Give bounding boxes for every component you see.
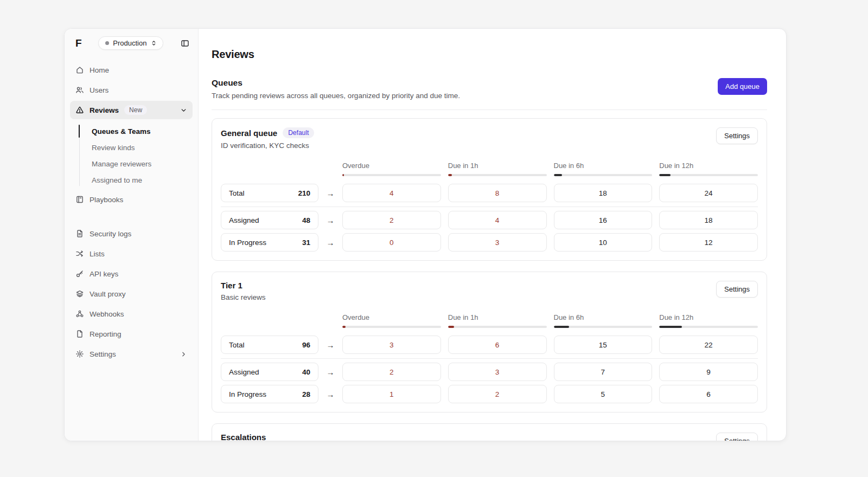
section-description: Track pending reviews across all queues,… [212, 92, 460, 100]
queue-name: Escalations [221, 433, 266, 441]
sidebar-item-playbooks[interactable]: Playbooks [70, 190, 193, 209]
value-cell[interactable]: 16 [554, 211, 653, 229]
in-progress-label-box[interactable]: In Progress 31 [221, 233, 318, 252]
column-label: Due in 1h [448, 313, 547, 321]
row-label: Assigned [229, 216, 259, 224]
assigned-row: Assigned 48 → 2 4 16 18 [221, 211, 758, 229]
value-cell[interactable]: 2 [342, 211, 441, 229]
column-due-12h: Due in 12h [659, 162, 758, 176]
shuffle-icon [75, 249, 84, 258]
sidebar-toggle-button[interactable] [181, 39, 189, 48]
value-cell[interactable]: 8 [448, 184, 547, 202]
in-progress-row: In Progress 28 → 1 2 5 6 [221, 385, 758, 403]
value-cell[interactable]: 24 [659, 184, 758, 202]
value-cell[interactable]: 6 [659, 385, 758, 403]
column-label: Due in 1h [448, 162, 547, 170]
value-cell[interactable]: 0 [342, 233, 441, 252]
value-cell[interactable]: 22 [659, 336, 758, 354]
new-badge: New [124, 105, 147, 115]
sidebar-item-label: API keys [90, 270, 118, 278]
value-cell[interactable]: 18 [659, 211, 758, 229]
app-window: F Production Home Users Reviews New [64, 28, 787, 441]
in-progress-label-box[interactable]: In Progress 28 [221, 385, 318, 403]
value-cell[interactable]: 1 [342, 385, 441, 403]
value-cell[interactable]: 5 [554, 385, 653, 403]
sidebar-item-label: Reviews [90, 106, 119, 114]
value-cell[interactable]: 7 [554, 363, 653, 381]
total-row: Total 210 → 4 8 18 24 [221, 184, 758, 202]
queue-settings-button[interactable]: Settings [716, 127, 758, 144]
sidebar-item-settings[interactable]: Settings [70, 345, 193, 363]
value-cell[interactable]: 15 [554, 336, 653, 354]
sidebar-item-lists[interactable]: Lists [70, 244, 193, 263]
column-due-6h: Due in 6h [554, 313, 653, 328]
sidebar-item-users[interactable]: Users [70, 81, 193, 99]
bar-fill [659, 326, 682, 328]
value-cell[interactable]: 3 [342, 336, 441, 354]
environment-status-dot [105, 41, 109, 45]
value-cell[interactable]: 4 [448, 211, 547, 229]
sidebar-subitem-assigned-to-me[interactable]: Assigned to me [85, 172, 193, 188]
column-label: Overdue [342, 162, 441, 170]
value-cell[interactable]: 3 [448, 363, 547, 381]
sidebar-item-api-keys[interactable]: API keys [70, 265, 193, 283]
assigned-label-box[interactable]: Assigned 48 [221, 211, 318, 229]
sidebar-header: F Production [70, 35, 193, 51]
column-overdue: Overdue [342, 162, 441, 176]
value-cell[interactable]: 18 [554, 184, 653, 202]
due-1h-progress-bar [448, 326, 547, 328]
sidebar-item-home[interactable]: Home [70, 61, 193, 79]
add-queue-button[interactable]: Add queue [718, 78, 767, 95]
sidebar-subitem-review-kinds[interactable]: Review kinds [85, 139, 193, 156]
value-cell[interactable]: 3 [448, 233, 547, 252]
card-header: Tier 1 Basic reviews Settings [221, 281, 758, 301]
queue-description: ID verification, KYC checks [221, 141, 314, 150]
bar-fill [448, 174, 452, 176]
queue-rows: Total 210 → 4 8 18 24 Assigned 48 → [221, 184, 758, 252]
sidebar-item-reviews[interactable]: Reviews New [70, 101, 193, 119]
value-cell[interactable]: 4 [342, 184, 441, 202]
queue-settings-button[interactable]: Settings [716, 433, 758, 441]
column-label: Due in 6h [554, 313, 653, 321]
value-cell[interactable]: 6 [448, 336, 547, 354]
value-cell[interactable]: 10 [554, 233, 653, 252]
layers-icon [75, 289, 84, 298]
sidebar-item-label: Vault proxy [90, 290, 126, 298]
value-cell[interactable]: 2 [448, 385, 547, 403]
assigned-label-box[interactable]: Assigned 40 [221, 363, 318, 381]
sidebar-subitem-queues-teams[interactable]: Queues & Teams [85, 123, 193, 139]
value-cell[interactable]: 12 [659, 233, 758, 252]
environment-label: Production [113, 39, 146, 47]
bar-fill [342, 174, 344, 176]
value-cell[interactable]: 9 [659, 363, 758, 381]
updown-chevrons-icon [150, 40, 157, 47]
file-text-icon [75, 229, 84, 238]
card-header: Escalations Settings [221, 433, 758, 441]
sidebar-group-gap [70, 210, 193, 224]
total-row: Total 96 → 3 6 15 22 [221, 336, 758, 354]
queue-rows: Total 96 → 3 6 15 22 Assigned 40 → [221, 336, 758, 403]
section-divider [212, 109, 767, 110]
total-label-box[interactable]: Total 210 [221, 184, 318, 202]
section-title: Queues [212, 78, 460, 88]
due-12h-progress-bar [659, 174, 758, 176]
sidebar-subitem-manage-reviewers[interactable]: Manage reviewers [85, 156, 193, 172]
sidebar-item-webhooks[interactable]: Webhooks [70, 305, 193, 323]
sidebar-item-vault-proxy[interactable]: Vault proxy [70, 285, 193, 303]
column-overdue: Overdue [342, 313, 441, 328]
value-cell[interactable]: 2 [342, 363, 441, 381]
column-due-12h: Due in 12h [659, 313, 758, 328]
environment-selector[interactable]: Production [98, 36, 163, 50]
sidebar-item-label: Users [90, 86, 108, 94]
alert-triangle-icon [75, 106, 84, 114]
sidebar-item-label: Lists [90, 250, 105, 258]
queue-settings-button[interactable]: Settings [716, 281, 758, 298]
sidebar-item-label: Settings [90, 350, 116, 358]
arrow-right-icon: → [326, 390, 335, 399]
total-label-box[interactable]: Total 96 [221, 336, 318, 354]
queue-description: Basic reviews [221, 293, 266, 301]
sidebar-item-security-logs[interactable]: Security logs [70, 224, 193, 243]
sidebar-item-reporting[interactable]: Reporting [70, 325, 193, 343]
overdue-progress-bar [342, 174, 441, 176]
bar-fill [448, 326, 454, 328]
